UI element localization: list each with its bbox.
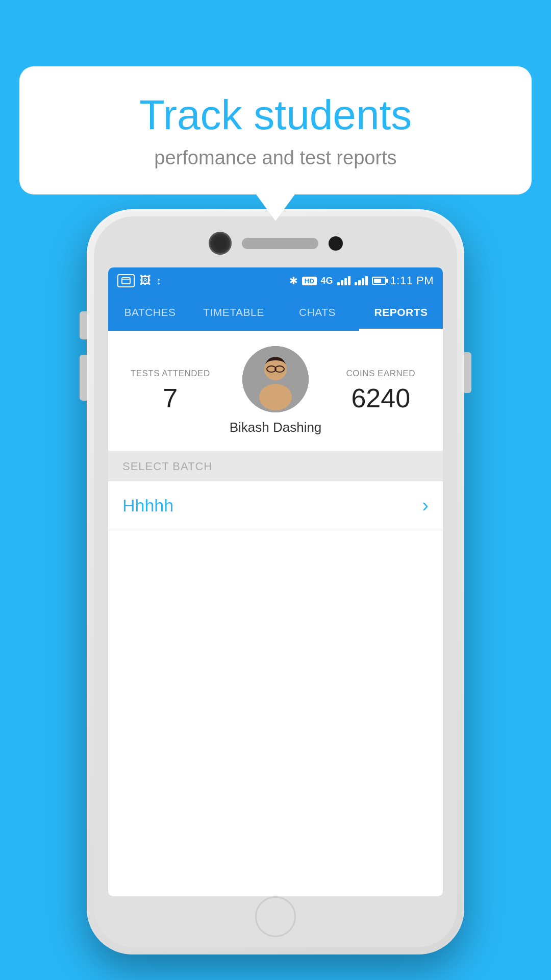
coins-earned-label: COINS EARNED [333, 369, 429, 379]
profile-center: Bikash Dashing [218, 346, 333, 435]
tests-attended-label: TESTS ATTENDED [122, 369, 218, 379]
sensor [329, 236, 343, 251]
front-camera [209, 232, 232, 255]
app-icon-1 [117, 274, 135, 287]
camera-area [199, 232, 352, 255]
svg-point-3 [259, 384, 292, 410]
tab-timetable[interactable]: TIMETABLE [192, 294, 276, 331]
phone-screen: 🖼 ↕ ✱ HD 4G [108, 267, 443, 896]
avatar [242, 346, 309, 412]
tab-batches[interactable]: BATCHES [108, 294, 192, 331]
status-icons-left: 🖼 ↕ [117, 274, 161, 287]
status-time: 1:11 PM [390, 274, 434, 287]
tests-attended-block: TESTS ATTENDED 7 [122, 369, 218, 413]
power-button [464, 352, 471, 393]
chevron-right-icon: › [422, 495, 429, 517]
tab-reports[interactable]: REPORTS [359, 294, 443, 331]
hd-badge: HD [302, 277, 317, 285]
batch-item[interactable]: Hhhhh › [108, 481, 443, 530]
signal-bar-1 [337, 276, 350, 285]
bubble-subtitle: perfomance and test reports [50, 147, 501, 169]
select-batch-bar: SELECT BATCH [108, 452, 443, 481]
home-button[interactable] [255, 896, 296, 937]
phone: 🖼 ↕ ✱ HD 4G [87, 209, 464, 954]
signal-bar-2 [355, 276, 368, 285]
bluetooth-icon: ✱ [289, 275, 298, 287]
battery-icon [372, 277, 386, 285]
speaker [242, 238, 318, 249]
tab-chats[interactable]: CHATS [276, 294, 359, 331]
batch-name: Hhhhh [122, 496, 173, 516]
avatar-image [242, 346, 309, 412]
bubble-title: Track students [50, 92, 501, 138]
coins-earned-block: COINS EARNED 6240 [333, 369, 429, 413]
tests-attended-value: 7 [122, 383, 218, 413]
status-icon-image: 🖼 [140, 274, 151, 287]
select-batch-label: SELECT BATCH [122, 460, 429, 473]
status-bar: 🖼 ↕ ✱ HD 4G [108, 267, 443, 294]
speech-bubble: Track students perfomance and test repor… [19, 66, 532, 194]
volume-up-button [80, 311, 87, 339]
coins-earned-value: 6240 [333, 383, 429, 413]
background: Track students perfomance and test repor… [0, 0, 551, 980]
chart-area: 100 75 50 25 0 [108, 530, 443, 541]
profile-section: TESTS ATTENDED 7 [108, 331, 443, 452]
status-icon-3: ↕ [156, 275, 161, 287]
profile-name: Bikash Dashing [230, 420, 322, 435]
network-4g: 4G [321, 276, 333, 286]
svg-rect-0 [122, 278, 130, 284]
tab-bar: BATCHES TIMETABLE CHATS REPORTS [108, 294, 443, 331]
volume-down-button [80, 355, 87, 401]
status-icons-right: ✱ HD 4G [289, 274, 434, 287]
